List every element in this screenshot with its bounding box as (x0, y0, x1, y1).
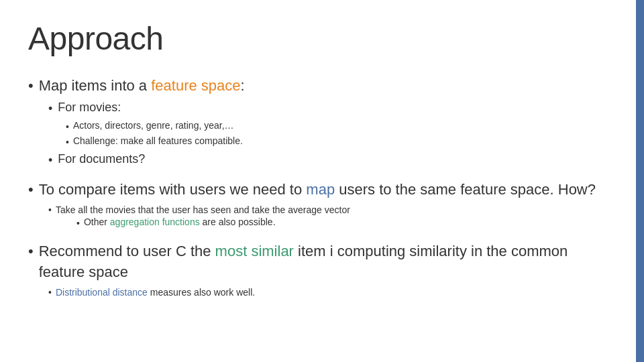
highlight-aggregation: aggregation functions (110, 217, 200, 227)
bullet-dot: • (48, 101, 52, 117)
section-compare: • To compare items with users we need to… (28, 180, 597, 231)
bullet-dot: • (66, 135, 69, 149)
bullet-compare-text: To compare items with users we need to m… (39, 180, 597, 200)
bullet-dot: • (28, 241, 34, 262)
bullet-for-documents-text: For documents? (58, 152, 145, 166)
highlight-feature-space: feature space (151, 77, 240, 94)
bullet-dot: • (28, 76, 34, 97)
sub-for-documents: • For documents? (28, 152, 597, 169)
bullet-dot: • (48, 152, 52, 169)
sub-actors: • Actors, directors, genre, rating, year… (28, 120, 597, 149)
bullet-take-movies-text: Take all the movies that the user has se… (56, 204, 350, 215)
bullet-take-movies: • Take all the movies that the user has … (48, 204, 597, 215)
section-map-items: • Map items into a feature space: • For … (28, 76, 597, 169)
bullet-dot: • (48, 287, 52, 298)
bullet-for-movies: • For movies: (48, 101, 597, 117)
top-bar (636, 0, 644, 362)
bullet-actors-text: Actors, directors, genre, rating, year,… (73, 120, 234, 131)
highlight-distributional: Distributional distance (56, 287, 148, 298)
bullet-for-documents: • For documents? (48, 152, 597, 169)
bullet-dot: • (28, 180, 34, 200)
bullet-for-movies-text: For movies: (58, 101, 121, 115)
slide-title: Approach (28, 20, 597, 57)
bullet-challenge-text: Challenge: make all features compatible. (73, 135, 243, 146)
bullet-aggregation-text: Other aggregation functions are also pos… (84, 217, 276, 227)
slide-content: Approach • Map items into a feature spac… (0, 0, 631, 328)
bullet-challenge: • Challenge: make all features compatibl… (66, 135, 597, 149)
bullet-map-items-text: Map items into a feature space: (39, 76, 597, 97)
bullet-recommend: • Recommend to user C the most similar i… (28, 241, 597, 283)
bullet-recommend-text: Recommend to user C the most similar ite… (39, 241, 597, 283)
bullet-actors: • Actors, directors, genre, rating, year… (66, 120, 597, 134)
highlight-most-similar: most similar (215, 243, 294, 259)
bullet-map-items: • Map items into a feature space: (28, 76, 597, 97)
bullet-dot: • (76, 217, 80, 231)
bullet-compare: • To compare items with users we need to… (28, 180, 597, 200)
bullet-aggregation: • Other aggregation functions are also p… (76, 217, 597, 231)
section-recommend: • Recommend to user C the most similar i… (28, 241, 597, 298)
bullet-dot: • (66, 120, 69, 134)
bullet-distributional: • Distributional distance measures also … (48, 287, 597, 298)
sub-for-movies: • For movies: • Actors, directors, genre… (28, 101, 597, 149)
bullet-dot: • (48, 204, 52, 215)
bullet-distributional-text: Distributional distance measures also wo… (56, 287, 255, 298)
highlight-map: map (306, 181, 335, 198)
